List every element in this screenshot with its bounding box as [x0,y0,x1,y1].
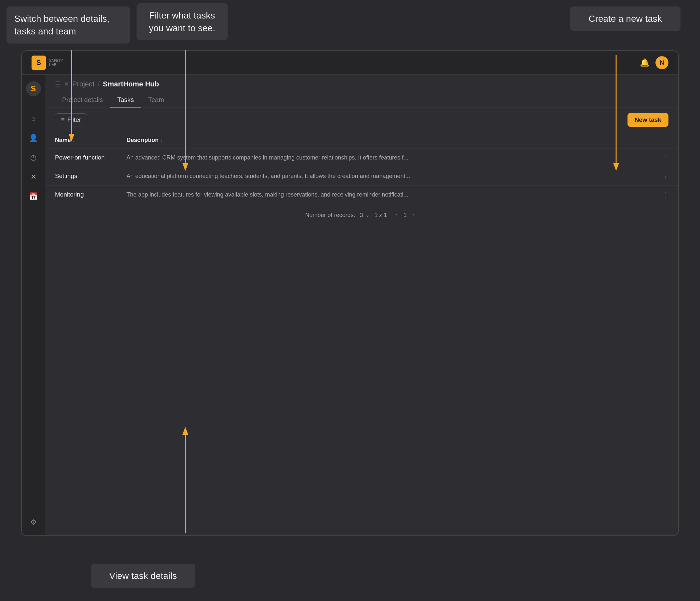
pagination-nav: ‹ 1 › [392,210,419,219]
filter-icon: ≡ [61,116,65,124]
pagination-count-value: 3 [360,212,363,219]
project-icon: ✕ [64,81,69,88]
header-right: 🔔 N [640,56,669,69]
sort-name-icon[interactable]: ↕ [73,138,75,143]
pagination-count: 3 ⌄ [360,211,370,219]
logo-area: S SAFETY HAB [31,56,63,70]
sidebar-logo[interactable]: S [26,81,41,96]
page-number: 1 [403,212,407,219]
task-name-2: Settings [55,173,126,180]
app-header: S SAFETY HAB 🔔 N [22,51,678,75]
new-task-button[interactable]: New task [627,113,669,127]
sort-description-icon[interactable]: ↕ [160,138,163,143]
table-row[interactable]: Monitoring The app includes features for… [45,185,678,204]
pagination: Number of records: 3 ⌄ 1 z 1 ‹ 1 › [45,204,678,226]
tabs: Project details Tasks Team [55,93,669,107]
sidebar: S ⌂ 👤 ◷ ✕ 📅 ⚙ [22,75,45,535]
filter-button[interactable]: ≡ Filter [55,113,87,126]
logo-icon: S [31,56,46,70]
task-desc-2: An educational platform connecting teach… [126,173,659,180]
header-name: Name ↕ [55,137,126,143]
task-desc-3: The app includes features for viewing av… [126,191,659,198]
tab-project-details[interactable]: Project details [55,93,110,107]
toolbar: ≡ Filter New task [45,108,678,132]
project-header: ☰ ✕ Project / SmartHome Hub Project deta… [45,75,678,108]
pagination-range: 1 z 1 [375,212,387,219]
table-row[interactable]: Settings An educational platform connect… [45,167,678,185]
sidebar-nav: ⌂ 👤 ◷ ✕ 📅 [27,112,40,508]
avatar[interactable]: N [655,56,669,69]
sidebar-divider [27,104,40,104]
table-header: Name ↕ Description ↕ [45,132,678,149]
table-row[interactable]: Power-on function An advanced CRM system… [45,149,678,167]
tooltip-switch-tabs: Switch between details, tasks and team [6,6,130,44]
breadcrumb-separator: / [98,80,99,88]
sidebar-item-calendar[interactable]: 📅 [27,190,40,203]
menu-icon[interactable]: ☰ [55,80,61,88]
task-name-3: Monitoring [55,191,126,198]
app-body: S ⌂ 👤 ◷ ✕ 📅 ⚙ ☰ ✕ Project / [22,75,678,535]
sidebar-item-settings[interactable]: ⚙ [27,516,40,529]
main-content: ☰ ✕ Project / SmartHome Hub Project deta… [45,75,678,535]
dropdown-icon[interactable]: ⌄ [365,211,370,219]
filter-label: Filter [67,116,81,124]
task-desc-1: An advanced CRM system that supports com… [126,154,659,161]
tab-tasks[interactable]: Tasks [110,93,141,107]
sidebar-item-time[interactable]: ◷ [27,151,40,164]
row-menu-1[interactable]: ⋮ [659,154,669,161]
table-container: Name ↕ Description ↕ Power-on function A… [45,132,678,535]
header-description: Description ↕ [126,137,659,143]
logo-text: SAFETY HAB [49,58,63,67]
sidebar-bottom: ⚙ [27,516,40,529]
sidebar-item-team[interactable]: 👤 [27,132,40,145]
tooltip-view-task-details: View task details [91,564,195,588]
tooltip-create-task: Create a new task [570,6,680,31]
tab-team[interactable]: Team [141,93,171,107]
next-page-button[interactable]: › [409,210,419,219]
breadcrumb: ☰ ✕ Project / SmartHome Hub [55,80,669,88]
sidebar-logo-letter: S [30,84,36,93]
app-window: S SAFETY HAB 🔔 N S ⌂ 👤 [21,50,679,536]
breadcrumb-project-label: Project [72,80,94,88]
bell-icon[interactable]: 🔔 [640,58,650,67]
tooltip-filter: Filter what tasks you want to see. [136,3,228,40]
breadcrumb-current: SmartHome Hub [103,80,159,88]
sidebar-item-home[interactable]: ⌂ [27,112,40,125]
sidebar-item-project[interactable]: ✕ [27,171,40,184]
prev-page-button[interactable]: ‹ [392,210,401,219]
row-menu-3[interactable]: ⋮ [659,191,669,199]
row-menu-2[interactable]: ⋮ [659,172,669,180]
pagination-label: Number of records: [305,212,355,219]
task-name-1: Power-on function [55,154,126,161]
